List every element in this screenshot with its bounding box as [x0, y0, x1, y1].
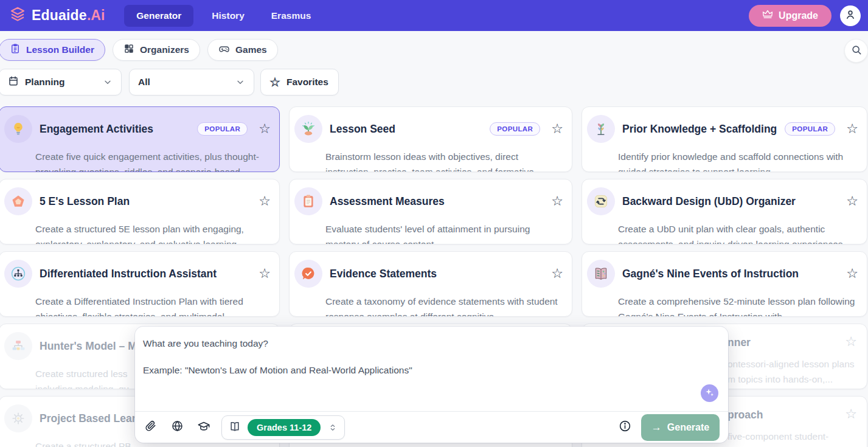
chevron-down-icon [103, 77, 113, 87]
lightbulb-icon [4, 115, 32, 143]
card-title: nner [727, 336, 858, 349]
clipboard-icon [10, 43, 21, 57]
crown-icon [762, 10, 773, 21]
brand-suffix: .Ai [87, 7, 105, 23]
chevron-updown-icon [328, 423, 338, 432]
favorites-button[interactable]: ☆ Favorites [260, 69, 339, 95]
info-icon [619, 420, 631, 435]
card-differentiated-instruction[interactable]: Differentiated Instruction Assistant ☆ C… [0, 251, 280, 317]
card-evidence-statements[interactable]: Evidence Statements ☆ Create a taxonomy … [289, 251, 572, 317]
topic-placeholder-line2: Example: "Newton's Law of Motion and Rea… [143, 364, 689, 376]
gamepad-icon [218, 43, 230, 57]
sparkles-icon [704, 387, 715, 400]
topic-input[interactable]: What are you teaching today? Example: "N… [143, 337, 689, 376]
favorite-star-icon[interactable]: ☆ [846, 267, 858, 280]
generate-button[interactable]: → Generate [641, 414, 720, 441]
card-description: five-component student- [727, 429, 858, 444]
planning-value: Planning [25, 77, 64, 88]
card-description: ontessori-aligned lesson plansm topics i… [727, 356, 858, 387]
arrow-right-icon: → [651, 421, 662, 434]
card-title: Differentiated Instruction Assistant [40, 268, 251, 280]
main-nav: Generator History Erasmus [124, 5, 319, 27]
type-value: All [138, 77, 150, 88]
attachment-button[interactable] [144, 420, 157, 435]
favorite-star-icon[interactable]: ☆ [259, 122, 271, 136]
card-description: Evaluate students' level of attainment i… [325, 221, 562, 244]
tab-games[interactable]: Games [207, 39, 278, 61]
calendar-icon [8, 75, 19, 89]
gear-bulb-icon [4, 404, 32, 432]
card-title: Backward Design (UbD) Organizer [622, 195, 839, 208]
card-text-fragment: proach five-component student- [727, 409, 858, 444]
user-icon [844, 9, 856, 23]
card-description: Create a comprehensive 52-minute lesson … [618, 294, 857, 317]
card-description: Create a structured 5E lesson plan with … [35, 221, 269, 244]
card-title: Assessment Measures [330, 195, 544, 208]
popular-badge: POPULAR [785, 122, 835, 136]
web-search-button[interactable] [170, 420, 184, 435]
topic-placeholder-line1: What are you teaching today? [143, 337, 689, 350]
seedling-icon [294, 115, 322, 143]
plant-icon [587, 115, 615, 143]
ai-suggest-button[interactable] [701, 384, 718, 402]
nav-item-generator[interactable]: Generator [124, 5, 193, 27]
card-title: Gagné's Nine Events of Instruction [622, 268, 839, 280]
graduation-cap-icon [197, 420, 210, 435]
user-avatar[interactable] [840, 5, 861, 26]
layers-icon [9, 5, 27, 26]
card-title: Engagement Activities [40, 123, 190, 136]
card-engagement-activities[interactable]: Engagement Activities POPULAR ☆ Create f… [0, 106, 280, 172]
check-bubble-icon [294, 260, 322, 288]
card-backward-design-ubd[interactable]: Backward Design (UbD) Organizer ☆ Create… [582, 179, 867, 244]
favorite-star-icon[interactable]: ☆ [846, 122, 858, 136]
card-description: Brainstorm lesson ideas with objectives,… [325, 149, 562, 172]
upgrade-button[interactable]: Upgrade [749, 5, 832, 27]
hierarchy-icon [4, 260, 32, 288]
tab-organizers[interactable]: Organizers [113, 39, 200, 61]
type-dropdown[interactable]: All [129, 69, 254, 95]
favorites-label: Favorites [286, 77, 328, 88]
card-gagnes-nine-events[interactable]: Gagné's Nine Events of Instruction ☆ Cre… [582, 251, 867, 317]
globe-icon [171, 420, 184, 435]
prompt-toolbar: Grades 11-12 → Generate [135, 412, 728, 443]
info-button[interactable] [619, 420, 631, 435]
card-title: Prior Knowledge + Scaffolding [622, 123, 777, 136]
academic-mode-button[interactable] [197, 420, 210, 435]
favorite-star-icon[interactable]: ☆ [259, 195, 271, 208]
planning-dropdown[interactable]: Planning [0, 69, 122, 95]
card-lesson-seed[interactable]: Lesson Seed POPULAR ☆ Brainstorm lesson … [289, 106, 572, 172]
card-5es-lesson-plan[interactable]: 5 E's Lesson Plan ☆ Create a structured … [0, 179, 280, 244]
favorite-star-icon[interactable]: ☆ [551, 122, 563, 136]
nav-item-history[interactable]: History [203, 5, 252, 27]
prompt-panel: What are you teaching today? Example: "N… [135, 327, 728, 443]
popular-badge: POPULAR [197, 122, 248, 136]
grade-level-selector[interactable]: Grades 11-12 [221, 415, 345, 440]
card-text-fragment: nner ontessori-aligned lesson plansm top… [727, 336, 858, 387]
top-right-actions: Upgrade [749, 5, 861, 27]
card-title: 5 E's Lesson Plan [40, 195, 251, 208]
open-book-icon [587, 260, 615, 288]
eduaide-app: Eduaide.Ai Generator History Erasmus Upg… [0, 0, 868, 447]
cycle-icon [587, 187, 615, 215]
grid-icon [123, 43, 134, 57]
favorite-star-icon[interactable]: ☆ [259, 267, 271, 280]
pentagon-icon [4, 187, 32, 215]
card-description: Create five quick engagement activities,… [35, 149, 269, 172]
favorite-star-icon[interactable]: ☆ [551, 267, 563, 280]
favorite-star-icon[interactable]: ☆ [846, 195, 858, 208]
card-title: proach [727, 409, 858, 421]
card-description: Identify prior knowledge and scaffold co… [618, 149, 857, 172]
nav-item-erasmus[interactable]: Erasmus [263, 5, 319, 27]
card-prior-knowledge-scaffolding[interactable]: Prior Knowledge + Scaffolding POPULAR ☆ … [582, 106, 867, 172]
search-button[interactable] [844, 39, 868, 63]
favorite-star-icon[interactable]: ☆ [551, 195, 563, 208]
tab-lesson-builder[interactable]: Lesson Builder [0, 39, 105, 61]
grade-badge: Grades 11-12 [248, 419, 321, 436]
card-title: Lesson Seed [330, 123, 482, 136]
card-assessment-measures[interactable]: Assessment Measures ☆ Evaluate students'… [289, 179, 572, 244]
card-description: Create a Differentiated Instruction Plan… [35, 294, 269, 317]
clipboard-card-icon [294, 187, 322, 215]
popular-badge: POPULAR [490, 122, 540, 136]
card-title: Evidence Statements [330, 268, 544, 280]
brand-logo[interactable]: Eduaide.Ai [9, 5, 105, 26]
